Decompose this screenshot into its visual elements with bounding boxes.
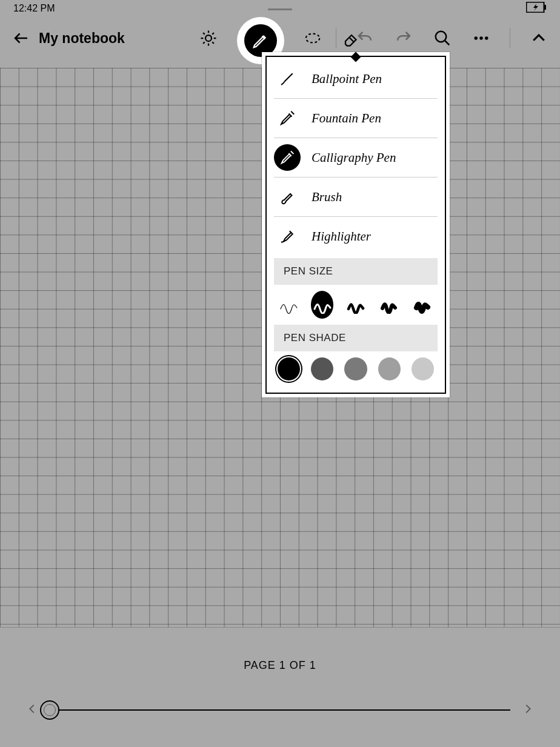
pen-size-3[interactable] [344, 291, 367, 319]
toolbar-right [336, 28, 549, 48]
svg-point-4 [436, 32, 447, 42]
pen-shade-header: PEN SHADE [274, 325, 438, 351]
pen-option-label: Calligraphy Pen [312, 150, 396, 165]
pen-shade-row [267, 351, 445, 384]
pen-option-brush[interactable]: Brush [274, 177, 438, 216]
pen-option-label: Highlighter [312, 229, 371, 244]
pen-size-1[interactable] [278, 291, 300, 319]
pen-size-header: PEN SIZE [274, 258, 438, 285]
page-slider-row [0, 702, 560, 718]
lasso-icon[interactable] [302, 28, 323, 48]
highlighter-icon [274, 223, 301, 250]
search-icon[interactable] [432, 28, 453, 48]
calligraphy-pen-icon [274, 144, 301, 171]
prev-page-icon[interactable] [25, 702, 39, 718]
svg-rect-1 [544, 5, 546, 10]
pen-size-2[interactable] [311, 291, 333, 319]
pen-size-5[interactable] [412, 291, 434, 319]
svg-point-7 [485, 36, 488, 40]
pen-option-ballpoint[interactable]: Ballpoint Pen [274, 59, 438, 98]
more-icon[interactable] [471, 28, 492, 48]
svg-point-5 [475, 36, 478, 40]
back-group: My notebook [11, 28, 125, 48]
svg-point-6 [479, 36, 483, 40]
pen-option-fountain[interactable]: Fountain Pen [274, 98, 438, 138]
svg-point-2 [205, 35, 212, 41]
page-title: My notebook [39, 30, 125, 47]
pen-option-calligraphy[interactable]: Calligraphy Pen [274, 138, 438, 177]
pen-option-label: Ballpoint Pen [312, 71, 382, 87]
svg-point-3 [306, 34, 320, 43]
pen-option-highlighter[interactable]: Highlighter [274, 216, 438, 256]
page-indicator: PAGE 1 OF 1 [244, 659, 316, 672]
pen-size-4[interactable] [378, 291, 401, 319]
ballpoint-pen-icon [274, 65, 301, 92]
pen-size-row [267, 285, 445, 322]
collapse-icon[interactable] [528, 28, 549, 48]
back-icon[interactable] [11, 28, 32, 48]
battery-icon [526, 2, 547, 15]
pen-shade-1[interactable] [278, 357, 300, 380]
page-slider[interactable] [50, 709, 510, 711]
pen-menu: Ballpoint Pen Fountain Pen Calligraphy P… [262, 52, 450, 397]
footer: PAGE 1 OF 1 [0, 627, 560, 747]
page-slider-thumb[interactable] [40, 700, 59, 720]
status-time: 12:42 PM [13, 3, 55, 14]
pen-option-label: Brush [312, 190, 342, 205]
pen-shade-3[interactable] [344, 357, 367, 380]
divider [510, 28, 510, 48]
fountain-pen-icon [274, 105, 301, 131]
brush-icon [274, 184, 301, 210]
pen-shade-2[interactable] [311, 357, 333, 380]
drag-handle[interactable] [268, 8, 292, 10]
eraser-icon[interactable] [341, 28, 362, 48]
redo-icon[interactable] [393, 28, 414, 48]
pen-shade-5[interactable] [412, 357, 434, 380]
pen-shade-4[interactable] [378, 357, 401, 380]
next-page-icon[interactable] [521, 702, 535, 718]
brightness-icon[interactable] [198, 28, 219, 48]
pen-option-label: Fountain Pen [312, 111, 381, 126]
